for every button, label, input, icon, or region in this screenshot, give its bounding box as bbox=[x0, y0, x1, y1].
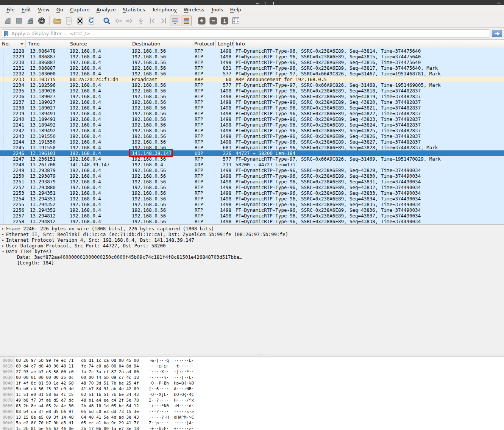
zoom-in-button[interactable] bbox=[197, 16, 207, 26]
packet-row[interactable]: 225613.294352192.168.0.4192.168.0.56RTP1… bbox=[0, 207, 504, 213]
packet-details-pane[interactable]: ▸Frame 2246: 226 bytes on wire (1808 bit… bbox=[0, 224, 504, 355]
capture-options-button[interactable] bbox=[36, 16, 47, 26]
packet-row[interactable]: 222913.086887192.168.0.4192.168.0.56RTP1… bbox=[0, 54, 504, 59]
hex-row[interactable]: 00401f 4f 8c 81 50 1e 42 68 48 70 3d 51 … bbox=[0, 380, 504, 386]
open-file-button[interactable] bbox=[52, 16, 62, 26]
hex-row[interactable]: 000008 26 97 5b 99 fe ec 71 db d1 1c ca … bbox=[0, 358, 504, 363]
save-file-button[interactable]: 01010110 bbox=[63, 16, 74, 26]
restart-capture-button[interactable] bbox=[25, 16, 36, 26]
column-header-length[interactable]: Length bbox=[216, 40, 234, 48]
packet-row[interactable]: 223113.086887192.168.0.4192.168.0.56RTP8… bbox=[0, 65, 504, 71]
display-filter-input[interactable] bbox=[11, 30, 487, 37]
packet-row[interactable]: 224213.189492192.168.0.4192.168.0.56RTP1… bbox=[0, 128, 504, 133]
packet-list-pane[interactable]: 222813.086478192.168.0.4192.168.0.56RTP1… bbox=[0, 48, 504, 224]
collapsed-arrow-icon[interactable]: ▸ bbox=[0, 243, 6, 249]
display-filter-box[interactable] bbox=[2, 29, 489, 38]
column-header-no[interactable]: No. bbox=[0, 40, 26, 48]
packet-row[interactable]: 225313.294351192.168.0.4192.168.0.56RTP1… bbox=[0, 190, 504, 196]
column-header-protocol[interactable]: Protocol bbox=[192, 40, 216, 48]
go-to-packet-button[interactable] bbox=[136, 16, 146, 26]
packet-row[interactable]: 224413.191550192.168.0.4192.168.0.56RTP1… bbox=[0, 139, 504, 145]
auto-scroll-button[interactable] bbox=[170, 16, 180, 26]
packet-row[interactable]: 224313.191550192.168.0.4192.168.0.56RTP1… bbox=[0, 133, 504, 139]
detail-line[interactable]: ▸User Datagram Protocol, Src Port: 44727… bbox=[0, 243, 504, 249]
packet-row[interactable]: 222813.086478192.168.0.4192.168.0.56RTP1… bbox=[0, 48, 504, 54]
go-first-packet-button[interactable] bbox=[147, 16, 158, 26]
resize-columns-button[interactable] bbox=[231, 16, 241, 26]
bookmark-icon[interactable] bbox=[4, 31, 9, 37]
detail-line[interactable]: ▸Frame 2246: 226 bytes on wire (1808 bit… bbox=[0, 226, 504, 231]
menu-help[interactable]: Help bbox=[226, 6, 245, 13]
packet-row[interactable]: 223413.182596192.168.0.4192.168.0.56RTP5… bbox=[0, 82, 504, 88]
packet-row[interactable]: 223513.189026192.168.0.4192.168.0.56RTP1… bbox=[0, 88, 504, 94]
column-header-info[interactable]: Info bbox=[234, 40, 504, 48]
menu-tools[interactable]: Tools bbox=[208, 6, 226, 13]
find-packet-button[interactable] bbox=[101, 16, 112, 26]
menu-edit[interactable]: Edit bbox=[18, 6, 34, 13]
zoom-out-button[interactable] bbox=[208, 16, 218, 26]
splitter-handle-dots[interactable]: ···· bbox=[250, 222, 256, 224]
hex-row[interactable]: 003000 00 01 00 00 00 25 0c 00 00 f4 5b … bbox=[0, 375, 504, 380]
packet-row[interactable]: 224613.196101192.168.0.4141.148.39.147UD… bbox=[0, 150, 504, 156]
column-header-time[interactable]: Time bbox=[26, 40, 68, 48]
menu-wireless[interactable]: Wireless bbox=[180, 6, 208, 13]
packet-row[interactable]: 223613.189027192.168.0.4192.168.0.56RTP1… bbox=[0, 94, 504, 99]
hex-row[interactable]: 00b05a e2 8f 70 b7 9b d3 d1 05 ec a1 ba … bbox=[0, 420, 504, 426]
menu-go[interactable]: Go bbox=[53, 6, 67, 13]
packet-row[interactable]: 224513.191550192.168.0.4192.168.0.56RTP6… bbox=[0, 145, 504, 150]
detail-line[interactable]: Data: 3acf872aa400000001000000250c0000f4… bbox=[0, 254, 504, 260]
menu-capture[interactable]: Capture bbox=[67, 6, 93, 13]
detail-line[interactable]: ▸Ethernet II, Src: ReolinkI_d1:1c:ca (ec… bbox=[0, 231, 504, 237]
hex-row[interactable]: 00505b b8 c4 36 f5 92 e9 dd 41 b7 84 91 … bbox=[0, 386, 504, 392]
packet-row[interactable]: 224713.236151192.168.0.4192.168.0.56RTP5… bbox=[0, 156, 504, 162]
hex-row[interactable]: 007049 b8 f7 3f ae d5 e7 dc 48 b1 e4 ee … bbox=[0, 397, 504, 403]
packet-row[interactable]: 224913.293879192.168.0.4192.168.0.56RTP1… bbox=[0, 167, 504, 173]
start-capture-button[interactable] bbox=[2, 16, 13, 26]
packet-bytes-pane[interactable]: 000008 26 97 5b 99 fe ec 71 db d1 1c ca … bbox=[0, 357, 504, 430]
packet-row[interactable]: 224113.189492192.168.0.4192.168.0.56RTP1… bbox=[0, 122, 504, 128]
hex-row[interactable]: 001000 d4 c7 d0 40 00 40 11 fc 74 c0 a8 … bbox=[0, 363, 504, 369]
detail-line[interactable]: [Length: 184] bbox=[0, 260, 504, 266]
splitter-handle-dots[interactable]: ···· bbox=[259, 354, 266, 356]
packet-row[interactable]: 225413.294351192.168.0.4192.168.0.56RTP1… bbox=[0, 196, 504, 202]
packet-row[interactable]: 223213.103000192.168.0.4192.168.0.56RTP5… bbox=[0, 71, 504, 77]
packet-row[interactable]: 225713.294812192.168.0.4192.168.0.56RTP1… bbox=[0, 213, 504, 219]
packet-row[interactable]: 223013.086887192.168.0.4192.168.0.56RTP1… bbox=[0, 59, 504, 65]
hex-row[interactable]: 00a013 15 8e e5 09 3f 14 48 64 48 41 5e … bbox=[0, 414, 504, 420]
hex-row[interactable]: 00601c 51 e0 d1 58 6a 4c 15 62 51 1b 51 … bbox=[0, 392, 504, 397]
packet-row[interactable]: 225013.293879192.168.0.4192.168.0.56RTP1… bbox=[0, 173, 504, 179]
menu-file[interactable]: File bbox=[3, 6, 18, 13]
expanded-arrow-icon[interactable]: ▾ bbox=[0, 249, 6, 254]
stop-capture-button[interactable] bbox=[14, 16, 24, 26]
packet-row[interactable]: 223713.189027192.168.0.4192.168.0.56RTP1… bbox=[0, 99, 504, 105]
hex-row[interactable]: 009008 b4 ca 3f e8 d5 b6 9f 05 bd c0 e3 … bbox=[0, 409, 504, 414]
colorize-packets-button[interactable] bbox=[181, 16, 192, 26]
detail-line[interactable]: ▸Internet Protocol Version 4, Src: 192.1… bbox=[0, 237, 504, 243]
packet-row[interactable]: 223313.10371500:2a:2a:2c:f1:d4BroadcastA… bbox=[0, 77, 504, 82]
column-header-source[interactable]: Source bbox=[68, 40, 130, 48]
column-header-destination[interactable]: Destination bbox=[130, 40, 192, 48]
packet-row[interactable]: 225113.293879192.168.0.4192.168.0.56RTP1… bbox=[0, 179, 504, 185]
collapsed-arrow-icon[interactable]: ▸ bbox=[0, 231, 6, 237]
packet-row[interactable]: 224013.189491192.168.0.4192.168.0.56RTP1… bbox=[0, 116, 504, 122]
collapsed-arrow-icon[interactable]: ▸ bbox=[0, 237, 6, 243]
packet-row[interactable]: 223813.189027192.168.0.4192.168.0.56RTP1… bbox=[0, 105, 504, 111]
hex-row[interactable]: 00c01c 2b 81 be 55 63 46 0e 2b 17 0b 00 … bbox=[0, 426, 504, 430]
packet-row[interactable]: 225513.294352192.168.0.4192.168.0.56RTP1… bbox=[0, 202, 504, 207]
zoom-original-button[interactable]: 1 bbox=[219, 16, 230, 26]
hex-row[interactable]: 008003 2b 8e a4 05 2a 4e 30 2b 48 10 1d … bbox=[0, 403, 504, 409]
packet-row[interactable]: 224813.261708141.148.39.147192.168.0.4UD… bbox=[0, 162, 504, 167]
go-last-packet-button[interactable] bbox=[158, 16, 169, 26]
menu-telephony[interactable]: Telephony bbox=[148, 6, 180, 13]
menu-analyze[interactable]: Analyze bbox=[93, 6, 119, 13]
go-forward-button[interactable] bbox=[124, 16, 135, 26]
detail-line[interactable]: ▾Data (184 bytes) bbox=[0, 249, 504, 254]
hex-row[interactable]: 002027 93 ae b7 e3 58 00 c0 fa 7c 3a cf … bbox=[0, 369, 504, 375]
collapsed-arrow-icon[interactable]: ▸ bbox=[0, 226, 6, 231]
packet-row[interactable]: 225213.293880192.168.0.4192.168.0.56RTP1… bbox=[0, 185, 504, 190]
close-file-button[interactable] bbox=[75, 16, 85, 26]
menu-view[interactable]: View bbox=[34, 6, 53, 13]
menu-statistics[interactable]: Statistics bbox=[119, 6, 148, 13]
reload-file-button[interactable] bbox=[86, 16, 97, 26]
packet-row[interactable]: 223913.189491192.168.0.4192.168.0.56RTP1… bbox=[0, 111, 504, 116]
